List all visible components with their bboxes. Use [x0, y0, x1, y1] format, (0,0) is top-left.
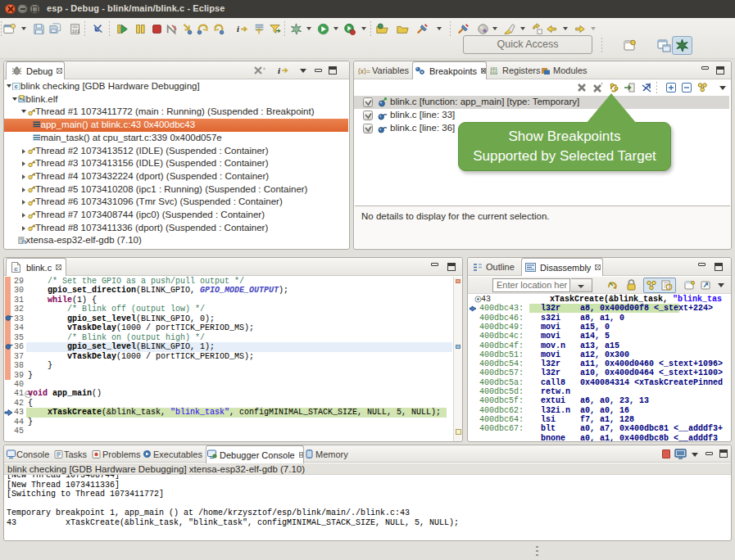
- svg-text:i: i: [278, 65, 281, 75]
- svg-text:i: i: [237, 25, 239, 34]
- svg-text:c: c: [15, 84, 18, 89]
- svg-text:c: c: [14, 265, 18, 273]
- svg-text:(x)=: (x)=: [358, 67, 370, 75]
- svg-text:101: 101: [72, 29, 80, 34]
- svg-text:010: 010: [490, 71, 497, 75]
